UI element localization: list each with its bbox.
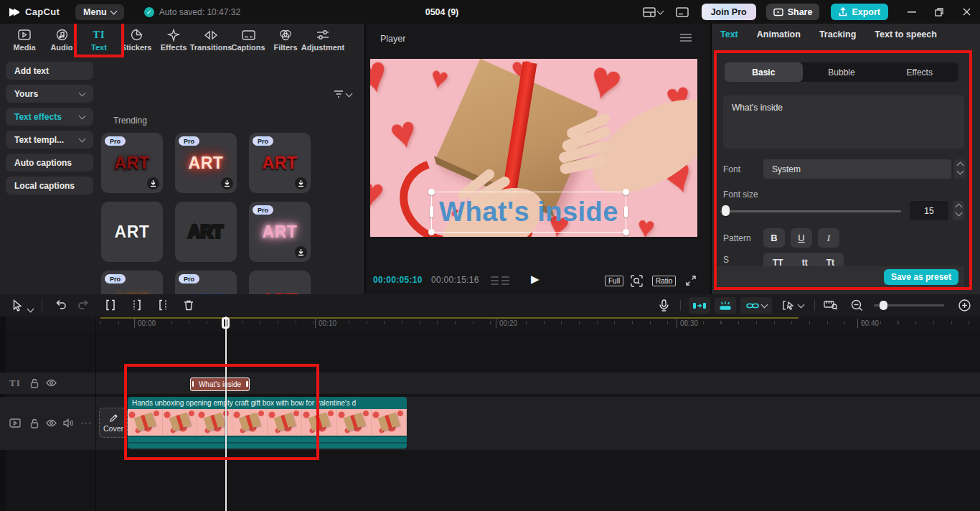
bold-button[interactable]: B — [763, 228, 785, 248]
playhead-line[interactable] — [225, 317, 227, 511]
ribbon-tab[interactable]: Transitions — [192, 24, 230, 56]
font-stepper[interactable] — [954, 159, 966, 179]
text-effect-card[interactable]: Pro ART — [249, 202, 311, 262]
delete-left-icon[interactable] — [131, 299, 143, 311]
font-size-stepper[interactable] — [953, 201, 964, 220]
font-select[interactable]: System — [763, 159, 951, 179]
sidebar-item[interactable]: Auto captions — [6, 154, 93, 172]
redo-icon[interactable] — [77, 299, 90, 310]
ribbon-tab[interactable]: TI Text — [80, 24, 118, 56]
eye-icon[interactable] — [46, 419, 57, 427]
filter-icon[interactable] — [334, 90, 352, 98]
close-button[interactable] — [953, 0, 980, 24]
inspector-tab[interactable]: Animation — [757, 29, 801, 39]
cover-button[interactable]: Cover — [99, 408, 128, 438]
inspector-tab[interactable]: Text to speech — [875, 29, 937, 39]
ribbon-tab[interactable]: Adjustment — [304, 24, 341, 56]
inspector-subtab[interactable]: Effects — [880, 62, 958, 82]
text-effect-card[interactable]: Pro ART — [175, 271, 237, 294]
save-as-preset-button[interactable]: Save as preset — [884, 269, 958, 285]
video-clip[interactable]: Hands unboxing opening empty craft gift … — [128, 397, 407, 449]
italic-button[interactable]: I — [818, 228, 839, 248]
mute-icon[interactable] — [63, 418, 73, 428]
menu-button[interactable]: Menu — [75, 4, 124, 20]
focus-zoom-icon[interactable] — [631, 275, 643, 287]
text-effect-card[interactable]: Pro ART — [101, 133, 163, 193]
maximize-button[interactable] — [925, 0, 953, 24]
cursor-tool-chevron[interactable] — [28, 303, 33, 316]
layout-toggle-icon[interactable] — [643, 7, 663, 17]
ribbon-tab[interactable]: Filters — [267, 24, 304, 56]
fit-timeline-icon[interactable] — [824, 299, 838, 310]
delete-icon[interactable] — [183, 299, 194, 311]
download-icon[interactable] — [295, 246, 307, 258]
text-effect-card[interactable]: Pro ART — [175, 133, 237, 193]
split-icon[interactable] — [105, 299, 116, 311]
font-size-slider-handle[interactable] — [722, 205, 730, 216]
player-menu-icon[interactable] — [680, 34, 692, 42]
selection-handle[interactable] — [624, 206, 628, 217]
minimize-button[interactable] — [898, 0, 925, 24]
video-preview[interactable]: ♥ ♥ ♥ ♥ ♥ ♥ ♥ ♥ ♥ ♥ ♥ ♥ — [370, 59, 697, 237]
text-overlay-selection[interactable]: What's inside — [431, 192, 626, 233]
ribbon-tab[interactable]: Effects — [155, 24, 192, 56]
text-effect-card[interactable]: Pro ART — [249, 271, 311, 294]
eye-icon[interactable] — [46, 379, 57, 387]
download-icon[interactable] — [147, 177, 159, 189]
underline-button[interactable]: U — [791, 228, 812, 248]
text-effect-card[interactable]: Pro ART — [101, 202, 163, 262]
delete-right-icon[interactable] — [157, 299, 169, 311]
download-icon[interactable] — [295, 177, 307, 189]
inspector-tab[interactable]: Tracking — [819, 29, 856, 39]
share-button[interactable]: Share — [766, 4, 820, 20]
zoom-in-icon[interactable] — [958, 299, 971, 311]
download-icon[interactable] — [221, 177, 233, 189]
sidebar-item[interactable]: Yours — [6, 85, 93, 103]
ribbon-tab[interactable]: Captions — [230, 24, 267, 56]
playhead-handle[interactable] — [222, 317, 230, 329]
preview-snap-toggle[interactable] — [715, 297, 736, 314]
text-effect-card[interactable]: Pro ART — [175, 202, 237, 262]
text-effect-card[interactable]: Pro ART — [249, 133, 311, 193]
inspector-tab[interactable]: Text — [720, 29, 738, 39]
zoom-out-icon[interactable] — [851, 299, 863, 311]
linking-toggle[interactable] — [740, 297, 772, 314]
ratio-button[interactable]: Ratio — [652, 276, 676, 286]
timeline-ruler[interactable]: 00:0000:1000:2000:3000:40 — [0, 317, 980, 332]
selection-handle[interactable] — [623, 189, 629, 195]
magnetic-snap-toggle[interactable] — [689, 297, 710, 314]
text-clip[interactable]: What's inside — [190, 378, 250, 391]
font-size-value[interactable]: 15 — [910, 201, 948, 220]
play-button[interactable]: ▶ — [531, 273, 540, 286]
cursor-tool-icon[interactable] — [11, 299, 24, 311]
selection-handle[interactable] — [428, 229, 435, 235]
sidebar-item[interactable]: Add text — [6, 62, 93, 80]
selection-handle[interactable] — [428, 189, 435, 195]
ribbon-tab[interactable]: Audio — [43, 24, 80, 56]
full-button[interactable]: Full — [605, 276, 623, 286]
text-effect-card[interactable]: Pro ART — [101, 271, 163, 294]
ribbon-tab[interactable]: Stickers — [118, 24, 155, 56]
font-size-slider[interactable] — [720, 210, 901, 212]
selection-handle[interactable] — [623, 229, 629, 235]
frame-view-icon-2[interactable] — [501, 276, 509, 285]
panel-bottom-icon[interactable] — [676, 7, 689, 17]
frame-view-icon[interactable] — [491, 276, 499, 285]
undo-icon[interactable] — [55, 299, 67, 310]
selection-handle[interactable] — [430, 206, 433, 217]
record-voiceover-icon[interactable] — [659, 299, 669, 311]
sidebar-item[interactable]: Text templ... — [6, 131, 93, 149]
lock-icon[interactable] — [30, 378, 39, 388]
sidebar-item[interactable]: Text effects — [6, 108, 93, 126]
select-mode-icon[interactable] — [782, 301, 804, 310]
more-options-icon[interactable]: ··· — [80, 417, 92, 428]
ribbon-tab[interactable]: Media — [6, 24, 43, 56]
inspector-subtab[interactable]: Basic — [725, 62, 803, 82]
inspector-subtab[interactable]: Bubble — [803, 62, 881, 82]
timeline-zoom-handle[interactable] — [880, 301, 887, 310]
video-overlay-text[interactable]: What's inside — [439, 197, 618, 228]
export-button[interactable]: Export — [831, 4, 888, 20]
lock-icon[interactable] — [30, 418, 39, 428]
text-content-input[interactable]: What's inside — [723, 95, 964, 149]
sidebar-item[interactable]: Local captions — [6, 177, 93, 194]
